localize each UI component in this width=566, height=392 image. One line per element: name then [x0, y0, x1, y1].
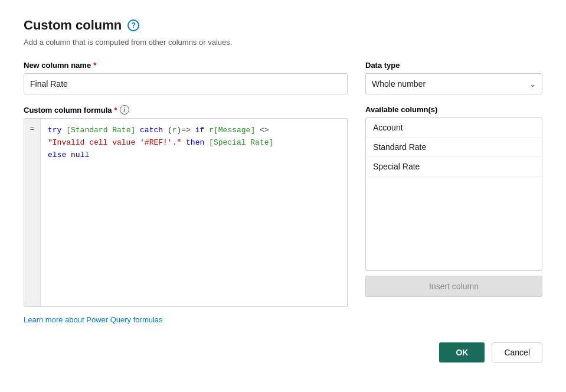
- data-type-select[interactable]: Whole number Text Decimal number Date Tr…: [365, 73, 542, 94]
- list-item[interactable]: Account: [366, 118, 542, 138]
- kw-try: try: [48, 126, 61, 135]
- insert-column-button[interactable]: Insert column: [365, 276, 542, 297]
- field-standard-rate: [Standard Rate]: [66, 126, 135, 135]
- formula-box: = try [Standard Rate] catch (r)=> if r[M…: [24, 118, 348, 307]
- column-name-section: New column name *: [24, 61, 348, 94]
- formula-section: Custom column formula * i = try [Standar…: [24, 105, 348, 307]
- subtitle: Add a column that is computed from other…: [24, 38, 542, 47]
- string-invalid: "Invalid cell value '#REF!'.": [48, 138, 181, 147]
- data-type-label: Data type: [365, 61, 542, 70]
- formula-required-marker: *: [114, 106, 117, 115]
- available-columns-section: Available column(s) Account Standard Rat…: [365, 105, 542, 307]
- available-columns-label: Available column(s): [365, 105, 542, 114]
- column-name-label: New column name *: [24, 61, 348, 70]
- formula-gutter: =: [24, 119, 41, 306]
- field-special-rate: [Special Rate]: [209, 138, 273, 147]
- data-type-section: Data type Whole number Text Decimal numb…: [365, 61, 542, 94]
- var-r: r: [172, 126, 177, 135]
- columns-list: Account Standard Rate Special Rate: [365, 117, 542, 271]
- gutter-symbol: =: [30, 125, 35, 133]
- kw-else: else: [48, 151, 66, 159]
- kw-then: then: [186, 138, 204, 147]
- learn-more-link[interactable]: Learn more about Power Query formulas: [24, 315, 163, 324]
- ok-button[interactable]: OK: [439, 342, 485, 362]
- formula-label: Custom column formula * i: [24, 105, 348, 115]
- kw-null: null: [71, 151, 89, 159]
- title-row: Custom column ?: [24, 18, 542, 33]
- column-name-input[interactable]: [24, 73, 348, 94]
- cancel-button[interactable]: Cancel: [492, 342, 542, 362]
- required-marker: *: [93, 61, 96, 70]
- field-r-message: r[Message]: [209, 126, 255, 135]
- formula-info-icon[interactable]: i: [120, 105, 129, 115]
- kw-if: if: [195, 126, 205, 135]
- kw-catch: catch: [140, 126, 163, 135]
- help-icon[interactable]: ?: [127, 19, 139, 31]
- data-type-wrapper: Whole number Text Decimal number Date Tr…: [365, 73, 542, 94]
- list-item[interactable]: Special Rate: [366, 157, 542, 177]
- list-item[interactable]: Standard Rate: [366, 138, 542, 157]
- footer-row: OK Cancel: [24, 342, 542, 362]
- page-title: Custom column: [24, 18, 122, 33]
- formula-content[interactable]: try [Standard Rate] catch (r)=> if r[Mes…: [41, 119, 347, 306]
